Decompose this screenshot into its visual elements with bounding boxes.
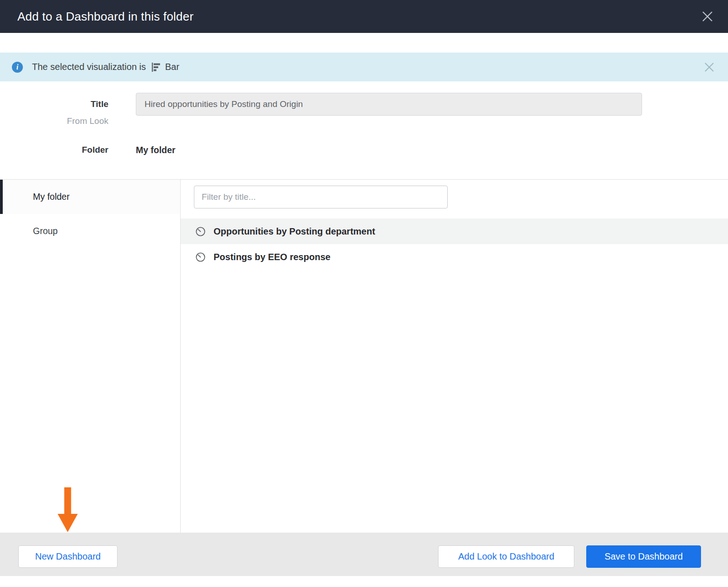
modal-title: Add to a Dashboard in this folder [17, 10, 193, 24]
close-icon [704, 62, 715, 73]
banner-text-prefix: The selected visualization is [32, 62, 146, 72]
modal-footer: New Dashboard Add Look to Dashboard Save… [0, 533, 728, 576]
add-look-to-dashboard-button[interactable]: Add Look to Dashboard [438, 545, 574, 568]
banner-text: The selected visualization is Bar [32, 62, 179, 73]
folder-label-group: Folder [0, 144, 108, 156]
modal-header: Add to a Dashboard in this folder [0, 0, 728, 33]
gauge-dashboard-icon [195, 252, 206, 262]
sidebar-item-group[interactable]: Group [0, 214, 180, 248]
dashboard-name: Opportunities by Posting department [214, 226, 375, 237]
from-look-label: From Look [0, 111, 108, 127]
dashboard-name: Postings by EEO response [214, 252, 331, 262]
form-area: Title From Look Folder My folder [0, 81, 728, 179]
folder-sidebar: My folder Group [0, 180, 181, 533]
add-to-dashboard-modal: Add to a Dashboard in this folder i The … [0, 0, 728, 587]
folder-value: My folder [136, 144, 176, 156]
viz-name: Bar [165, 62, 179, 72]
info-banner: i The selected visualization is Bar [0, 53, 728, 81]
new-dashboard-button[interactable]: New Dashboard [18, 545, 118, 568]
sidebar-item-my-folder[interactable]: My folder [0, 180, 180, 214]
dashboard-list: Opportunities by Posting department Post… [181, 219, 728, 270]
info-icon: i [12, 62, 23, 73]
banner-close-button[interactable] [703, 61, 715, 73]
title-input[interactable] [136, 93, 642, 116]
dashboard-picker: Opportunities by Posting department Post… [181, 180, 728, 533]
save-to-dashboard-button[interactable]: Save to Dashboard [586, 545, 701, 568]
sidebar-item-label: Group [33, 226, 58, 236]
sidebar-item-label: My folder [33, 192, 70, 202]
gauge-dashboard-icon [195, 226, 206, 237]
folder-browser: My folder Group Opportunities by Posting… [0, 179, 728, 533]
dashboard-list-item[interactable]: Opportunities by Posting department [181, 219, 728, 244]
title-label-group: Title From Look [0, 93, 108, 127]
modal-close-button[interactable] [701, 10, 714, 23]
dashboard-list-item[interactable]: Postings by EEO response [181, 244, 728, 270]
close-icon [701, 10, 714, 23]
title-label: Title [0, 93, 108, 111]
bar-chart-icon [150, 62, 161, 73]
filter-by-title-input[interactable] [194, 186, 448, 208]
folder-label: Folder [0, 144, 108, 156]
